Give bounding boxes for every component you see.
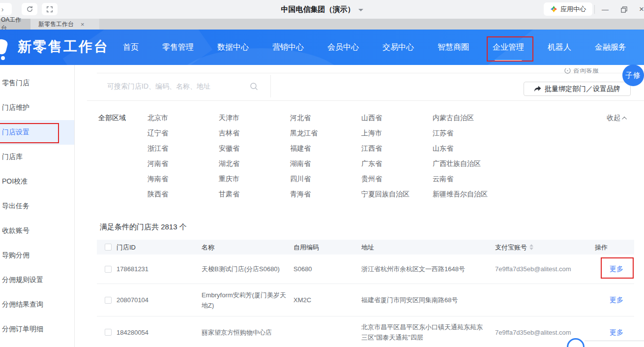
nav-item-label: 营销中心 [272,42,304,53]
province-filter-link[interactable]: 河南省 [147,159,219,175]
collapse-filter-link[interactable]: 收起 [607,114,627,123]
row-checkbox[interactable] [105,329,112,336]
nav-item[interactable]: 营销中心 [272,30,304,65]
search-input[interactable] [107,82,250,90]
sidebar-item[interactable]: 分佣规则设置 [0,268,74,292]
more-actions-link[interactable]: 更多 [610,265,623,273]
row-actions-cell: 更多 [595,264,634,274]
select-all-checkbox[interactable] [105,244,112,251]
header-checkbox-cell [97,244,117,251]
contact-support-label: 咨询客服 [573,68,599,75]
nav-item[interactable]: 首页 [123,30,139,65]
window-title: 中国电信集团（演示） [281,5,355,14]
more-actions-link[interactable]: 更多 [610,296,623,304]
window-close-button[interactable]: × [634,0,644,19]
app-center-label: 应用中心 [560,5,586,14]
province-filter-link[interactable]: 内蒙古自治区 [433,114,580,129]
primary-nav: 首页 零售管理 数据中心 营销中心 会员中心 交易 [123,30,626,65]
table-column-header: 门店ID [117,242,202,252]
province-filter-link[interactable]: 河北省 [290,114,361,129]
province-filter-link[interactable]: 江西省 [361,144,433,159]
tab-bar: OA工作台 × 新零售工作台 × [0,19,644,30]
nav-item[interactable]: 机器人 [548,30,571,65]
province-filter-link[interactable]: 广东省 [361,159,433,175]
nav-item[interactable]: 数据中心 [217,30,249,65]
sidebar-item-label: 零售门店 [2,79,29,88]
province-filter-link[interactable]: 山东省 [433,144,580,159]
sidebar-item[interactable]: 分佣订单明细 [0,317,74,342]
window-minimize-button[interactable]: — [597,0,614,19]
nav-item[interactable]: 会员中心 [327,30,359,65]
row-checkbox[interactable] [105,266,112,273]
province-filter-link[interactable]: 云南省 [433,175,580,190]
frame-icon [46,6,53,13]
store-name-cell: Embryform安莉芳(厦门美岁天地Z) [202,290,293,311]
province-filter-link[interactable]: 辽宁省 [147,129,219,144]
share-arrow-icon [534,86,541,92]
province-filter-link[interactable]: 贵州省 [361,175,433,190]
contact-support-link[interactable]: 咨询客服 [564,68,618,75]
province-filter-link[interactable]: 山西省 [361,114,433,129]
batch-bind-label: 批量绑定部门／设置品牌 [545,85,620,94]
close-icon: × [639,4,644,14]
sidebar-item-label: 门店库 [2,153,23,161]
tab-close-icon[interactable]: × [81,21,85,28]
province-filter-link[interactable]: 广西壮族自治区 [433,159,580,175]
province-filter-link[interactable]: 宁夏回族自治区 [361,190,433,205]
nav-item[interactable]: 交易中心 [382,30,414,65]
nav-item[interactable]: 零售管理 [162,30,194,65]
province-filter-link[interactable]: 甘肃省 [219,190,290,205]
more-actions-link[interactable]: 更多 [610,328,623,336]
sort-control[interactable] [529,244,533,250]
avatar-badge[interactable]: 子修 [622,64,644,86]
sidebar-item[interactable]: 门店库 [0,145,74,169]
nav-item[interactable]: 金融服务 [595,30,626,65]
store-id-cell: 208070104 [117,295,202,305]
nav-item[interactable]: 智慧商圈 [438,30,469,65]
province-filter-link[interactable]: 福建省 [290,144,361,159]
chevron-down-icon [358,9,363,11]
province-filter-link[interactable]: 吉林省 [219,129,290,144]
province-filter-link[interactable]: 青海省 [290,190,361,205]
sidebar-item[interactable]: 门店维护 [0,95,74,120]
province-filter-link[interactable]: 安徽省 [219,144,290,159]
nav-item-label: 会员中心 [327,42,359,53]
app-center-button[interactable]: 应用中心 [544,2,592,16]
row-checkbox[interactable] [105,297,112,304]
province-filter-link[interactable]: 新疆维吾尔自治区 [433,190,580,205]
sidebar-item[interactable]: 导出任务 [0,194,74,219]
logo-icon-dot [1,56,5,60]
sidebar-item[interactable]: 收款账号 [0,219,74,243]
province-filter-link[interactable]: 上海市 [361,129,433,144]
sidebar-item[interactable]: 零售门店 [0,71,74,95]
sidebar-item[interactable]: 门店设置 [0,120,74,145]
sidebar-item[interactable]: 导购分佣 [0,243,74,268]
refresh-button[interactable] [22,3,37,15]
table-column-header: 操作 [595,242,634,252]
province-filter-link[interactable]: 江苏省 [433,129,580,144]
province-filter-link[interactable]: 湖南省 [290,159,361,175]
province-filter-link[interactable]: 湖北省 [219,159,290,175]
window-restore-button[interactable] [615,0,632,19]
avatar-label: 子修 [625,71,641,80]
store-address-cell: 浙江省杭州市余杭区文一西路1648号 [361,264,495,274]
workspace-tab[interactable]: 新零售工作台 × [30,19,99,30]
province-filter-link[interactable]: 海南省 [147,175,219,190]
sidebar-item[interactable]: POI校准 [0,169,74,194]
province-filter-link[interactable]: 天津市 [219,114,290,129]
column-label: 地址 [361,242,374,252]
sidebar-item[interactable]: 分佣结果查询 [0,292,74,317]
province-filter-link[interactable]: 重庆市 [219,175,290,190]
province-filter-link[interactable]: 陕西省 [147,190,219,205]
nav-item[interactable]: 企业管理 [493,30,524,65]
province-filter-link[interactable]: 黑龙江省 [290,129,361,144]
panel-divider [97,73,634,73]
province-filter-link[interactable]: 浙江省 [147,144,219,159]
workspace-tab[interactable]: OA工作台 × [0,19,30,30]
batch-bind-button[interactable]: 批量绑定部门／设置品牌 [524,82,631,96]
province-filter-link[interactable]: 四川省 [290,175,361,190]
province-filter-link[interactable]: 北京市 [147,114,219,129]
browser-forward-button[interactable]: › [0,3,12,15]
fullscreen-button[interactable] [42,3,58,15]
region-filter-all[interactable]: 全部区域 [98,114,126,123]
